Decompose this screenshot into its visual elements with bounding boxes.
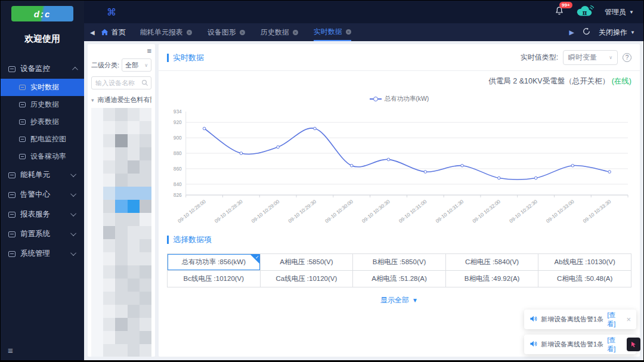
data-item-cell[interactable]: Ca线电压 :10120(V)	[261, 271, 354, 287]
tree-root-label: 南通迪爱生色料有限公	[98, 95, 151, 104]
历史数据-icon	[19, 102, 26, 107]
title-accent-bar	[167, 54, 169, 62]
apps-grid-icon[interactable]: ⌘	[107, 7, 116, 18]
data-item-label: B相电流 :49.92(A)	[465, 274, 520, 283]
toast-view-link[interactable]: [查看]	[607, 336, 623, 354]
tabs-scroll-left-icon[interactable]: ◀	[90, 29, 95, 36]
title-accent-bar	[167, 236, 169, 244]
tab-home[interactable]: 首页	[101, 23, 126, 41]
data-item-label: Bc线电压 :10120(V)	[183, 274, 244, 283]
alarm-toast: 新增设备离线告警1条[查看]×	[524, 335, 636, 354]
tab-label: 设备图形	[208, 27, 236, 38]
speaker-icon	[530, 314, 537, 325]
data-item-cell[interactable]: B相电压 :5850(V)	[353, 254, 446, 271]
cursor-overlay-badge	[627, 338, 640, 351]
value-type-select[interactable]: 瞬时变量 ∨	[563, 50, 618, 65]
sidebar-item-历史数据[interactable]: 历史数据	[1, 96, 84, 113]
data-item-cell[interactable]: Ab线电压 :10130(V)	[538, 254, 631, 271]
tabs-scroll-right-icon[interactable]: ▶	[569, 29, 574, 36]
alarm-toast: 新增设备离线告警1条[查看]×	[524, 310, 636, 329]
sidebar-footer: ≡	[1, 340, 84, 360]
sidebar-section-system-admin[interactable]: 系统管理	[1, 244, 84, 264]
line-chart: 82684086088090092093409-10 10:28:0009-10…	[167, 104, 631, 232]
chevron-up-icon	[72, 67, 78, 73]
sidebar-item-label: 设备稼动率	[30, 151, 76, 162]
toast-view-link[interactable]: [查看]	[607, 311, 623, 329]
tab-设备图形[interactable]: 设备图形×	[208, 23, 245, 41]
data-item-label: A相电流 :51.28(A)	[371, 274, 427, 283]
toast-close-icon[interactable]: ×	[626, 315, 631, 323]
chart-svg: 82684086088090092093409-10 10:28:0009-10…	[167, 104, 631, 230]
svg-text:09-10 10:32:00: 09-10 10:32:00	[471, 198, 501, 224]
topbar-right: 99+ π 管理员 ▼	[555, 3, 634, 21]
user-menu[interactable]: 管理员 ▼	[605, 7, 634, 17]
sidebar-item-设备稼动率[interactable]: 设备稼动率	[1, 148, 84, 165]
svg-text:09-10 10:33:30: 09-10 10:33:30	[582, 198, 612, 224]
data-item-cell[interactable]: A相电压 :5850(V)	[261, 254, 354, 271]
sidebar-item-label: 配电监控图	[30, 134, 76, 144]
实时数据-icon	[19, 85, 26, 90]
show-all-button[interactable]: 显示全部 ▼	[167, 295, 631, 305]
sidebar-section-device-monitor[interactable]: 设备监控	[1, 59, 84, 79]
data-item-label: 总有功功率 :856(kW)	[182, 258, 246, 267]
close-operation-menu[interactable]: 关闭操作 ▼	[599, 27, 635, 38]
chart-legend[interactable]: 总有功功率(kW)	[167, 95, 631, 103]
brand-logo[interactable]: d:c	[11, 6, 73, 21]
brand-logo-text: d:c	[34, 9, 51, 19]
sidebar-item-配电监控图[interactable]: 配电监控图	[1, 131, 84, 148]
data-item-label: C相电压 :5840(V)	[465, 258, 519, 267]
svg-text:09-10 10:32:30: 09-10 10:32:30	[508, 198, 538, 224]
refresh-button[interactable]	[583, 27, 590, 38]
close-operation-label: 关闭操作	[599, 27, 627, 38]
cloud-pi-button[interactable]: π	[575, 3, 594, 21]
sidebar-section-alarm-center[interactable]: 告警中心	[1, 185, 84, 205]
抄表数据-icon	[19, 119, 26, 125]
topbar: ⌘ 99+ π	[84, 1, 643, 23]
help-icon[interactable]: ?	[623, 53, 631, 62]
device-status: (在线)	[612, 77, 631, 85]
collapse-sidebar-icon[interactable]: ≡	[8, 345, 13, 355]
tabbar: ◀ 首页 能耗单元报表×设备图形×历史数据×实时数据× ▶ 关闭操作	[84, 23, 643, 41]
data-item-cell[interactable]: A相电流 :51.28(A)	[353, 271, 446, 287]
sidebar-section-report-service[interactable]: 报表服务	[1, 205, 84, 224]
svg-text:840: 840	[174, 181, 182, 187]
tab-历史数据[interactable]: 历史数据×	[261, 23, 298, 41]
select-data-title-text: 选择数据项	[173, 234, 212, 245]
data-item-cell[interactable]: Bc线电压 :10120(V)	[168, 271, 261, 287]
device-title-row: 供電局 2 &10KV受電盤（总开关柜） (在线)	[167, 76, 631, 86]
notification-badge: 99+	[559, 2, 572, 8]
data-item-cell[interactable]: B相电流 :49.92(A)	[446, 271, 539, 287]
data-item-cell[interactable]: C相电压 :5840(V)	[446, 254, 539, 271]
svg-text:934: 934	[174, 109, 182, 115]
main-column: ⌘ 99+ π	[84, 1, 643, 360]
tab-能耗单元报表[interactable]: 能耗单元报表×	[140, 23, 192, 41]
value-type-label: 实时值类型:	[521, 52, 558, 63]
tab-close-icon[interactable]: ×	[187, 30, 192, 35]
sidebar-section-label: 报表服务	[20, 209, 72, 219]
sidebar-section-energy-unit[interactable]: 能耗单元	[1, 165, 84, 185]
tab-close-icon[interactable]: ×	[240, 30, 245, 35]
panel-menu-icon[interactable]: ≡	[147, 47, 151, 55]
legend-label: 总有功功率(kW)	[385, 95, 429, 103]
sidebar-item-实时数据[interactable]: 实时数据	[1, 79, 84, 96]
data-item-cell[interactable]: C相电流 :50.48(A)	[538, 271, 631, 287]
tab-close-icon[interactable]: ×	[346, 29, 351, 35]
report-service-icon	[8, 212, 16, 218]
tab-实时数据[interactable]: 实时数据×	[314, 23, 351, 41]
energy-unit-icon	[8, 172, 16, 178]
data-item-cell[interactable]: 总有功功率 :856(kW)✓	[168, 254, 261, 271]
tree-root-node[interactable]: ▾ 南通迪爱生色料有限公	[91, 95, 151, 104]
notifications-button[interactable]: 99+	[555, 6, 564, 18]
alarm-center-icon	[8, 192, 16, 198]
category-select[interactable]: 全部 ∨	[122, 58, 151, 72]
check-icon: ✓	[255, 255, 259, 260]
data-item-label: C相电流 :50.48(A)	[557, 274, 612, 283]
tree-expand-icon: ▾	[91, 97, 94, 103]
sidebar-section-label: 前置系统	[20, 229, 72, 239]
show-all-label: 显示全部	[380, 295, 409, 305]
svg-text:09-10 10:28:30: 09-10 10:28:30	[213, 198, 244, 224]
sidebar-item-抄表数据[interactable]: 抄表数据	[1, 113, 84, 131]
value-type-value: 瞬时变量	[568, 52, 597, 63]
tab-close-icon[interactable]: ×	[293, 30, 298, 35]
sidebar-section-front-system[interactable]: 前置系统	[1, 224, 84, 244]
